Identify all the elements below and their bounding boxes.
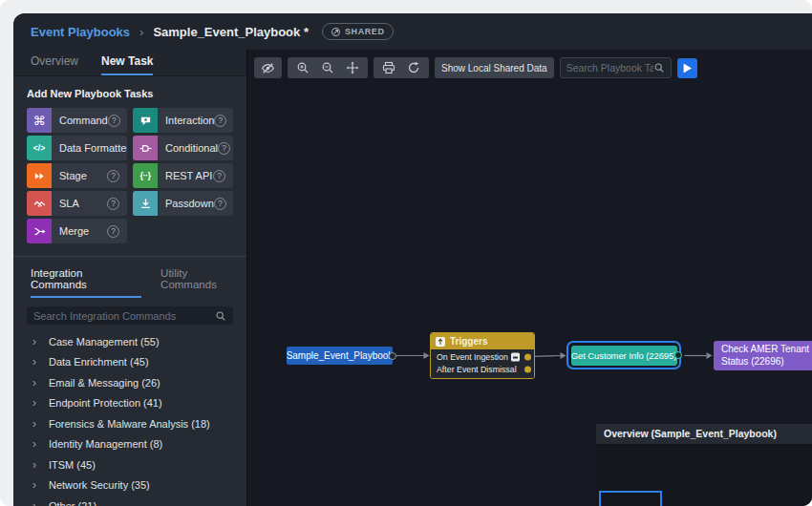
print-button[interactable]	[377, 57, 400, 78]
run-playbook-button[interactable]	[677, 58, 697, 78]
task-button-sla[interactable]: SLA	[27, 191, 127, 216]
category-label: Network Security (35)	[49, 479, 150, 491]
command-tabbar: Integration Commands Utility Commands	[13, 256, 246, 298]
output-port[interactable]	[524, 366, 531, 372]
task-label: Command	[59, 115, 108, 126]
category-forensics-malware[interactable]: Forensics & Malware Analysis (18)	[13, 413, 246, 434]
merge-icon	[27, 219, 52, 243]
minimap-viewport[interactable]	[599, 491, 662, 506]
integration-search[interactable]	[27, 306, 233, 325]
breadcrumb-root-link[interactable]: Event Playbooks	[31, 25, 130, 39]
node-start-playbook[interactable]: Sample_Event_Playbook	[287, 347, 393, 365]
refresh-button[interactable]	[402, 57, 425, 78]
tab-overview[interactable]: Overview	[31, 54, 78, 75]
zoom-in-button[interactable]	[291, 57, 314, 78]
category-label: Endpoint Protection (41)	[49, 397, 162, 409]
category-other[interactable]: Other (21)	[13, 495, 246, 506]
triggers-body: On Event Ingestion After Event Dismissal	[431, 349, 534, 378]
chevron-right-icon	[32, 396, 36, 410]
minimap-body[interactable]	[596, 444, 812, 506]
overview-minimap[interactable]: Overview (Sample_Event_Playbook)	[596, 424, 812, 506]
category-label: Other (21)	[49, 500, 96, 506]
search-icon	[215, 310, 226, 322]
category-itsm[interactable]: ITSM (45)	[13, 454, 246, 475]
category-label: Email & Messaging (26)	[49, 377, 160, 389]
category-network-security[interactable]: Network Security (35)	[13, 475, 246, 496]
node-get-customer-info[interactable]: Get Customer Info (22695)	[571, 346, 677, 366]
conditional-icon	[133, 136, 158, 160]
sidebar-tabbar: Overview New Task	[13, 50, 246, 76]
triggers-title: Triggers	[450, 336, 487, 347]
left-sidebar: Overview New Task Add New Playbook Tasks…	[13, 50, 247, 506]
shared-badge-label: SHARED	[345, 27, 385, 36]
collapse-icon[interactable]	[511, 353, 520, 362]
help-icon[interactable]	[108, 115, 120, 127]
help-icon[interactable]	[213, 170, 225, 182]
chevron-right-icon	[32, 376, 36, 390]
task-button-interaction[interactable]: Interaction	[133, 108, 233, 133]
category-endpoint-protection[interactable]: Endpoint Protection (41)	[13, 393, 246, 414]
fit-view-button[interactable]	[341, 57, 364, 78]
integration-search-input[interactable]	[33, 310, 215, 322]
output-port[interactable]	[524, 354, 531, 361]
app-window: Event Playbooks › Sample_Event_Playbook …	[0, 0, 812, 506]
task-label: Conditional	[165, 142, 218, 154]
help-icon[interactable]	[107, 225, 119, 238]
header-bar: Event Playbooks › Sample_Event_Playbook …	[13, 13, 812, 50]
task-button-stage[interactable]: Stage	[27, 163, 127, 188]
tab-new-task[interactable]: New Task	[101, 54, 153, 75]
playbook-task-search-input[interactable]	[566, 62, 653, 74]
sla-icon	[27, 191, 52, 216]
breadcrumb-separator-icon: ›	[139, 25, 143, 39]
passdown-icon	[133, 191, 158, 216]
chevron-right-icon	[32, 478, 36, 492]
help-icon[interactable]	[214, 198, 226, 210]
trigger-icon	[436, 337, 445, 347]
task-button-merge[interactable]: Merge	[27, 219, 127, 243]
category-identity-management[interactable]: Identity Management (8)	[13, 434, 246, 455]
print-icon	[382, 61, 395, 74]
zoom-out-button[interactable]	[316, 57, 339, 78]
category-case-management[interactable]: Case Management (55)	[13, 331, 246, 352]
category-label: Case Management (55)	[49, 336, 160, 348]
task-button-conditional[interactable]: Conditional	[133, 136, 233, 160]
task-button-passdown[interactable]: Passdown	[133, 191, 233, 216]
category-label: Data Enrichment (45)	[49, 356, 149, 368]
shared-badge[interactable]: SHARED	[322, 23, 394, 40]
search-icon	[653, 62, 665, 74]
toggle-visibility-button[interactable]	[254, 57, 282, 78]
output-port[interactable]	[389, 352, 396, 360]
trigger-row-dismissal[interactable]: After Event Dismissal	[431, 364, 534, 376]
node-start-label: Sample_Event_Playbook	[287, 350, 394, 361]
chevron-right-icon	[32, 355, 36, 369]
node-get-customer-label: Get Customer Info (22695)	[571, 350, 677, 361]
playbook-canvas[interactable]: Show Local Shared Data Sample_Event_Play…	[247, 50, 812, 506]
help-icon[interactable]	[107, 198, 119, 210]
breadcrumb-current: Sample_Event_Playbook *	[153, 25, 309, 39]
task-button-data-formatter[interactable]: </> Data Formatter	[27, 136, 127, 160]
task-button-command[interactable]: ⌘ Command	[27, 108, 127, 133]
fit-view-icon	[346, 61, 359, 74]
node-check-amer-tenant[interactable]: Check AMER Tenant Status (22696)	[714, 341, 812, 370]
category-email-messaging[interactable]: Email & Messaging (26)	[13, 372, 246, 393]
task-label: REST API	[165, 170, 213, 181]
show-local-shared-data-button[interactable]: Show Local Shared Data	[435, 57, 554, 78]
zoom-in-icon	[296, 61, 310, 74]
help-icon[interactable]	[214, 115, 226, 127]
category-list: Case Management (55) Data Enrichment (45…	[13, 331, 246, 506]
tab-utility-commands[interactable]: Utility Commands	[160, 267, 246, 298]
triggers-header: Triggers	[431, 333, 534, 349]
help-icon[interactable]	[107, 170, 119, 182]
task-button-rest-api[interactable]: {··} REST API	[133, 163, 233, 188]
chevron-right-icon	[32, 458, 36, 472]
output-port[interactable]	[674, 351, 682, 359]
task-label: Interaction	[165, 115, 214, 126]
playbook-task-search[interactable]	[560, 57, 672, 78]
category-data-enrichment[interactable]: Data Enrichment (45)	[13, 352, 246, 373]
node-triggers[interactable]: Triggers On Event Ingestion After Event …	[430, 332, 535, 379]
tab-integration-commands[interactable]: Integration Commands	[31, 267, 141, 298]
trigger-row-ingestion[interactable]: On Event Ingestion	[431, 351, 534, 364]
help-icon[interactable]	[218, 142, 230, 155]
chevron-right-icon	[32, 499, 36, 506]
command-icon: ⌘	[27, 108, 52, 133]
